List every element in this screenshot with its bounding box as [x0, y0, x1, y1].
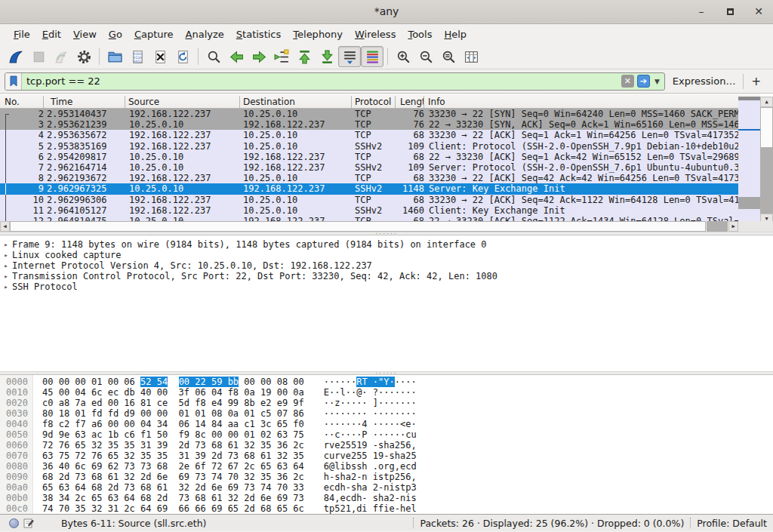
filter-bookmark-button[interactable]: [5, 73, 22, 90]
go-first-button[interactable]: [293, 46, 316, 67]
go-to-packet-button[interactable]: [270, 46, 293, 67]
filter-apply-button[interactable]: ➔: [637, 75, 650, 88]
column-header-length[interactable]: Length: [396, 96, 424, 108]
find-packet-button[interactable]: [202, 46, 225, 67]
hex-bytes[interactable]: 74 70 35 32 31 2c 64 69 66 66 69 65 2d 6…: [42, 503, 304, 514]
menu-tools[interactable]: Tools: [402, 26, 438, 43]
detail-row[interactable]: ▸Transmission Control Protocol, Src Port…: [0, 271, 773, 281]
packet-row-9[interactable]: 92.96296732510.25.0.10192.168.122.237SSH…: [0, 183, 738, 194]
hex-bytes[interactable]: 65 63 64 68 2d 73 68 61 32 2d 6e 69 73 7…: [42, 482, 304, 493]
capture-options-button[interactable]: [72, 46, 95, 67]
hex-ascii[interactable]: curve255 19-sha25: [324, 451, 417, 461]
detail-row[interactable]: ▸Internet Protocol Version 4, Src: 10.25…: [0, 260, 773, 271]
column-header-source[interactable]: Source: [125, 96, 240, 108]
scroll-up-arrow-icon[interactable]: ▲: [760, 97, 773, 107]
hex-bytes[interactable]: 38 34 2c 65 63 64 68 2d 73 68 61 32 2d 6…: [42, 493, 304, 503]
hex-bytes[interactable]: 68 2d 73 68 61 32 2d 6e 69 73 74 70 32 3…: [42, 472, 304, 482]
menu-wireless[interactable]: Wireless: [349, 26, 402, 43]
reload-file-button[interactable]: [171, 46, 194, 67]
hex-row-0000[interactable]: 000000 00 00 01 00 06 52 54 00 22 59 bb …: [0, 377, 773, 387]
menu-view[interactable]: View: [67, 26, 103, 43]
detail-row[interactable]: ▸Linux cooked capture: [0, 250, 773, 260]
colorize-button[interactable]: [361, 46, 383, 67]
hex-ascii[interactable]: ········ ········: [324, 408, 417, 419]
hex-row-0080[interactable]: 008036 40 6c 69 62 73 73 68 2e 6f 72 67 …: [0, 461, 773, 472]
packet-row-2[interactable]: 22.953140437192.168.122.23710.25.0.10TCP…: [0, 109, 738, 119]
zoom-out-button[interactable]: [414, 46, 437, 67]
hex-row-0040[interactable]: 0040f8 c2 f7 a6 00 00 04 34 06 14 84 aa …: [0, 419, 773, 429]
filter-history-dropdown[interactable]: ▼: [654, 78, 660, 85]
packet-row-8[interactable]: 82.962193672192.168.122.23710.25.0.10TCP…: [0, 173, 738, 183]
packet-list-vscrollbar[interactable]: ▲ ▼: [760, 97, 773, 224]
hex-ascii[interactable]: tp521,di ffie-hel: [324, 503, 417, 514]
menu-file[interactable]: File: [8, 26, 36, 43]
packet-row-7[interactable]: 72.96216471410.25.0.10192.168.122.237SSH…: [0, 162, 738, 173]
maximize-button[interactable]: [723, 5, 737, 18]
hex-bytes[interactable]: 63 75 72 76 65 32 35 35 31 39 2d 73 68 6…: [42, 451, 304, 461]
menu-statistics[interactable]: Statistics: [230, 26, 287, 43]
column-header-info[interactable]: Info: [424, 96, 760, 108]
auto-scroll-button[interactable]: [338, 46, 361, 67]
open-file-button[interactable]: [103, 46, 126, 67]
detail-row[interactable]: ▸SSH Protocol: [0, 281, 773, 292]
filter-clear-button[interactable]: ✕: [621, 75, 634, 88]
intelligent-scrollbar-minimap[interactable]: [738, 97, 760, 221]
expand-triangle-icon[interactable]: ▸: [0, 281, 12, 292]
capture-comment-icon[interactable]: [23, 518, 34, 528]
hex-row-0070[interactable]: 007063 75 72 76 65 32 35 35 31 39 2d 73 …: [0, 451, 773, 461]
expand-triangle-icon[interactable]: ▸: [0, 260, 12, 271]
menu-edit[interactable]: Edit: [36, 26, 67, 43]
column-header-protocol[interactable]: Protocol: [352, 96, 396, 108]
packet-row-4[interactable]: 42.953635672192.168.122.23710.25.0.10TCP…: [0, 130, 738, 140]
expand-triangle-icon[interactable]: ▸: [0, 271, 12, 281]
hex-ascii[interactable]: rve25519 -sha256,: [324, 440, 417, 451]
hex-bytes[interactable]: f8 c2 f7 a6 00 00 04 34 06 14 84 aa c1 3…: [42, 419, 304, 429]
column-header-time[interactable]: Time: [44, 96, 125, 108]
packet-row-12[interactable]: 122.96481047510.25.0.10192.168.122.237TC…: [0, 216, 738, 221]
go-last-button[interactable]: [316, 46, 338, 67]
packet-row-6[interactable]: 62.95420981710.25.0.10192.168.122.237TCP…: [0, 152, 738, 162]
go-back-button[interactable]: [225, 46, 248, 67]
hex-ascii[interactable]: ··z····· ]·······: [324, 398, 417, 408]
hex-row-0090[interactable]: 009068 2d 73 68 61 32 2d 6e 69 73 74 70 …: [0, 472, 773, 482]
hex-bytes[interactable]: 45 00 04 6c ec db 40 00 3f 06 04 f8 0a 1…: [42, 387, 304, 398]
packet-row-11[interactable]: 112.964105127192.168.122.23710.25.0.10SS…: [0, 205, 738, 216]
hex-bytes[interactable]: 80 18 01 fd fd d9 00 00 01 01 08 0a 01 c…: [42, 408, 304, 419]
hex-ascii[interactable]: 6@libssh .org,ecd: [324, 461, 417, 472]
go-forward-button[interactable]: [248, 46, 270, 67]
expand-triangle-icon[interactable]: ▸: [0, 250, 12, 260]
close-button[interactable]: ✕: [752, 5, 765, 18]
start-capture-button[interactable]: [5, 46, 27, 67]
expression-button[interactable]: Expression…: [665, 75, 744, 87]
hex-bytes[interactable]: 00 00 00 01 00 06 52 54 00 22 59 bb 00 0…: [42, 377, 304, 387]
vscrollbar-trough[interactable]: [760, 148, 773, 214]
hex-row-0060[interactable]: 006072 76 65 32 35 35 31 39 2d 73 68 61 …: [0, 440, 773, 451]
hex-row-00a0[interactable]: 00a065 63 64 68 2d 73 68 61 32 2d 6e 69 …: [0, 482, 773, 493]
zoom-original-button[interactable]: [437, 46, 460, 67]
hex-row-00c0[interactable]: 00c074 70 35 32 31 2c 64 69 66 66 69 65 …: [0, 503, 773, 514]
minimize-button[interactable]: –: [694, 5, 708, 18]
hex-row-0020[interactable]: 0020c0 a8 7a ed 00 16 81 ce 5d f8 e4 99 …: [0, 398, 773, 408]
close-file-button[interactable]: [149, 46, 171, 67]
column-header-no[interactable]: No.: [0, 96, 44, 108]
hex-row-0010[interactable]: 001045 00 04 6c ec db 40 00 3f 06 04 f8 …: [0, 387, 773, 398]
hex-ascii[interactable]: ·······4 ·····<e·: [324, 419, 417, 429]
hex-bytes[interactable]: 36 40 6c 69 62 73 73 68 2e 6f 72 67 2c 6…: [42, 461, 304, 472]
menu-go[interactable]: Go: [103, 26, 128, 43]
expand-triangle-icon[interactable]: ▸: [0, 239, 12, 250]
column-header-destination[interactable]: Destination: [240, 96, 352, 108]
menu-capture[interactable]: Capture: [128, 26, 180, 43]
hex-ascii[interactable]: ecdh-sha 2-nistp3: [324, 482, 417, 493]
menu-help[interactable]: Help: [438, 26, 473, 43]
hex-row-0050[interactable]: 00509d 9e 63 ac 1b c6 f1 50 f9 8c 00 00 …: [0, 429, 773, 440]
add-filter-button[interactable]: +: [744, 75, 768, 88]
save-file-button[interactable]: 010101100011: [126, 46, 149, 67]
hex-bytes[interactable]: c0 a8 7a ed 00 16 81 ce 5d f8 e4 99 8b e…: [42, 398, 304, 408]
hex-ascii[interactable]: E··l··@· ?·······: [324, 387, 417, 398]
profile-status[interactable]: Profile: Default: [697, 518, 767, 529]
zoom-in-button[interactable]: [392, 46, 414, 67]
packet-row-5[interactable]: 52.953835169192.168.122.23710.25.0.10SSH…: [0, 141, 738, 152]
hex-row-00b0[interactable]: 00b038 34 2c 65 63 64 68 2d 73 68 61 32 …: [0, 493, 773, 503]
hex-ascii[interactable]: ······RT ·"Y·····: [324, 377, 417, 387]
hex-ascii[interactable]: h-sha2-n istp256,: [324, 472, 417, 482]
